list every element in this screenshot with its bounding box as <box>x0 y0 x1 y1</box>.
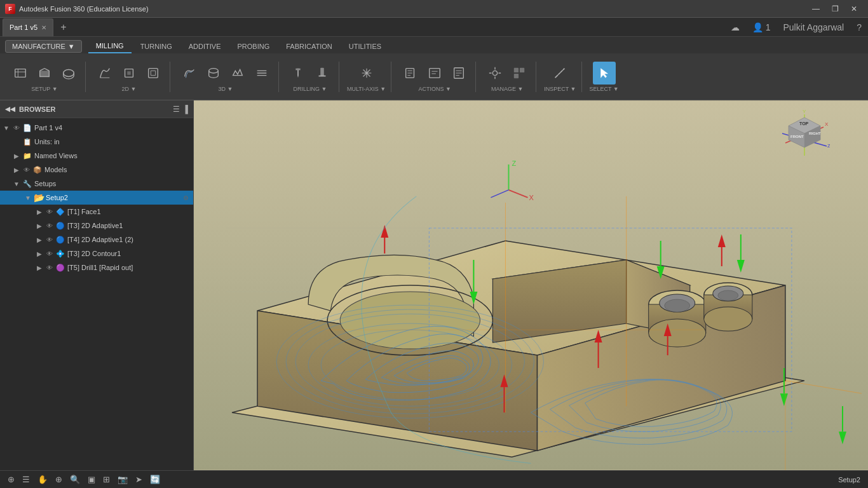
root-eye[interactable]: 👁 <box>11 125 22 132</box>
multiaxis-button[interactable] <box>355 62 378 85</box>
status-icon-crosshair[interactable]: ⊕ <box>8 475 15 484</box>
select-button[interactable] <box>593 62 616 85</box>
contour1-eye[interactable]: 👁 <box>44 250 55 257</box>
status-icon-refresh[interactable]: 🔄 <box>150 475 160 484</box>
restore-button[interactable]: ❐ <box>826 3 844 15</box>
close-button[interactable]: ✕ <box>845 3 863 15</box>
user-count-button[interactable]: 👤 1 <box>749 21 775 34</box>
setup-sheet-button[interactable] <box>447 62 470 85</box>
face1-arrow[interactable]: ▶ <box>34 208 44 215</box>
tree-item-named-views[interactable]: ▶ 📁 Named Views <box>0 149 193 163</box>
minimize-button[interactable]: — <box>807 3 825 15</box>
actions-buttons <box>399 62 470 85</box>
tree-item-drill1[interactable]: ▶ 👁 🟣 [T5] Drill1 [Rapid out] <box>0 261 193 274</box>
browser-pin-button[interactable]: ▐ <box>182 105 188 114</box>
tree-item-units[interactable]: 📋 Units: in <box>0 135 193 149</box>
status-icon-grid2[interactable]: ⊞ <box>103 475 110 484</box>
tree-item-face1[interactable]: ▶ 👁 🔷 [T1] Face1 <box>0 205 193 219</box>
adaptive2-arrow[interactable]: ▶ <box>34 236 44 243</box>
drill-button[interactable] <box>287 62 309 85</box>
drill1-eye[interactable]: 👁 <box>44 264 55 271</box>
status-icon-display[interactable]: ▣ <box>88 475 95 484</box>
tab-turning[interactable]: TURNING <box>133 40 180 53</box>
new-tab-button[interactable]: + <box>56 20 71 35</box>
status-icon-send[interactable]: ➤ <box>135 475 142 484</box>
2d-contour-icon <box>146 66 160 80</box>
models-eye[interactable]: 👁 <box>22 166 32 173</box>
3d-adaptive-button[interactable] <box>178 62 201 85</box>
manufacture-dropdown[interactable]: MANUFACTURE ▼ <box>5 40 82 53</box>
3d-parallel-button[interactable] <box>250 62 273 85</box>
workpiece-icon <box>62 66 76 80</box>
2d-pocket-button[interactable] <box>118 62 140 85</box>
setup-icon <box>13 66 27 80</box>
browser-collapse-arrow[interactable]: ◀◀ <box>5 105 15 112</box>
template-button[interactable] <box>508 62 531 85</box>
tree-item-root[interactable]: ▼ 👁 📄 Part 1 v4 <box>0 121 193 135</box>
tab-utilities[interactable]: UTILITIES <box>341 40 389 53</box>
tab-additive[interactable]: ADDITIVE <box>181 40 229 53</box>
tree-item-models[interactable]: ▶ 👁 📦 Models <box>0 163 193 177</box>
bore-icon <box>315 66 329 80</box>
tree-item-adaptive2[interactable]: ▶ 👁 🔵 [T4] 2D Adaptive1 (2) <box>0 233 193 247</box>
window-controls: — ❐ ✕ <box>807 3 863 15</box>
3d-adaptive-icon <box>182 66 196 80</box>
3d-contour-button[interactable] <box>226 62 249 85</box>
bore-button[interactable] <box>311 62 334 85</box>
tool-library-button[interactable] <box>484 62 506 85</box>
setup2-arrow[interactable]: ▼ <box>23 194 33 201</box>
actions-label: ACTIONS ▼ <box>419 86 451 92</box>
select-icon <box>597 66 611 80</box>
setup2-gear[interactable]: ⚙ <box>180 194 191 201</box>
adaptive1-arrow[interactable]: ▶ <box>34 222 44 229</box>
tree-item-contour1[interactable]: ▶ 👁 💠 [T3] 2D Contour1 <box>0 247 193 261</box>
contour1-label: [T3] 2D Contour1 <box>67 250 191 257</box>
svg-rect-1 <box>40 71 50 76</box>
contour1-arrow[interactable]: ▶ <box>34 250 44 257</box>
new-setup-button[interactable] <box>9 62 32 85</box>
named-views-arrow[interactable]: ▶ <box>11 152 22 159</box>
adaptive1-eye[interactable]: 👁 <box>44 222 55 229</box>
cloud-sync-button[interactable]: ☁ <box>727 21 743 34</box>
2d-contour-button[interactable] <box>142 62 165 85</box>
multiaxis-label: MULTI-AXIS ▼ <box>347 86 386 92</box>
tool-group-3d: 3D ▼ <box>173 62 279 92</box>
tab-fabrication[interactable]: FABRICATION <box>278 40 340 53</box>
status-icon-search[interactable]: 🔍 <box>70 475 80 484</box>
root-arrow[interactable]: ▼ <box>1 125 11 132</box>
user-name-button[interactable]: Pulkit Aggarwal <box>779 21 848 34</box>
stock-button[interactable] <box>33 62 56 85</box>
browser-settings-button[interactable]: ☰ <box>173 105 180 114</box>
viewcube[interactable]: Y X Z TOP RIGHT FRONT <box>779 108 830 159</box>
select-buttons <box>593 62 616 85</box>
2d-adaptive-icon <box>98 66 112 80</box>
status-icon-camera[interactable]: 📷 <box>118 475 128 484</box>
drill1-arrow[interactable]: ▶ <box>34 264 44 271</box>
workpiece-button[interactable] <box>57 62 80 85</box>
3d-pocket-button[interactable] <box>202 62 225 85</box>
svg-text:X: X <box>529 194 534 201</box>
simulate-button[interactable] <box>399 62 422 85</box>
viewport[interactable]: Z X <box>194 100 868 470</box>
help-button[interactable]: ? <box>853 21 865 34</box>
tab-probing[interactable]: PROBING <box>229 40 277 53</box>
tree-item-setups[interactable]: ▼ 🔧 Setups <box>0 177 193 191</box>
tab-milling[interactable]: MILLING <box>88 39 132 53</box>
tab-close-icon[interactable]: ✕ <box>41 24 46 31</box>
setups-arrow[interactable]: ▼ <box>11 180 22 187</box>
2d-adaptive-button[interactable] <box>93 62 116 85</box>
measure-button[interactable] <box>548 62 571 85</box>
active-tab[interactable]: Part 1 v5 ✕ <box>3 18 53 36</box>
adaptive2-label: [T4] 2D Adaptive1 (2) <box>67 236 191 243</box>
toolbar-tabs: MANUFACTURE ▼ MILLING TURNING ADDITIVE P… <box>0 37 868 53</box>
face1-eye[interactable]: 👁 <box>44 208 55 215</box>
status-icon-hand[interactable]: ✋ <box>37 475 48 484</box>
simulate-icon <box>403 66 417 80</box>
status-icon-zoom[interactable]: ⊕ <box>55 475 62 484</box>
tree-item-setup2[interactable]: ▼ 📂 Setup2 ⚙ <box>0 191 193 205</box>
adaptive2-eye[interactable]: 👁 <box>44 236 55 243</box>
tree-item-adaptive1[interactable]: ▶ 👁 🔵 [T3] 2D Adaptive1 <box>0 219 193 233</box>
models-arrow[interactable]: ▶ <box>11 166 22 173</box>
status-icon-grid[interactable]: ☰ <box>22 475 30 484</box>
post-process-button[interactable] <box>423 62 446 85</box>
